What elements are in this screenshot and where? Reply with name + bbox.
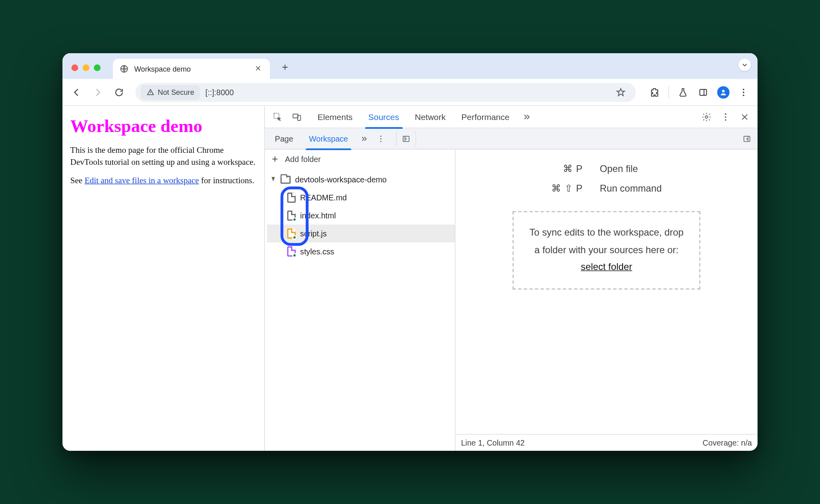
devtools-menu-button[interactable] [716,107,735,126]
svg-point-12 [725,119,726,120]
show-navigator-button[interactable] [396,130,416,147]
url-text: [::]:8000 [205,88,234,96]
file-row-styles[interactable]: styles.css [267,242,455,260]
folder-icon [281,176,291,184]
select-folder-link[interactable]: select folder [581,262,632,272]
svg-point-11 [725,116,726,118]
side-panel-button[interactable] [693,83,713,102]
svg-rect-1 [700,89,707,95]
bookmark-button[interactable] [611,83,631,102]
avatar-icon [717,86,730,98]
globe-icon [120,64,129,73]
run-command-keys: ⌘ ⇧ P [551,182,583,194]
forward-button[interactable] [88,83,107,102]
dropzone-line-1: To sync edits to the workspace, drop [529,224,683,242]
dropzone-line-2: a folder with your sources here or: [529,242,683,259]
svg-point-4 [743,91,744,93]
add-folder-label: Add folder [285,154,321,163]
tab-performance[interactable]: Performance [454,106,517,128]
navigator-menu-button[interactable] [373,130,390,147]
svg-point-3 [743,88,744,90]
tab-elements[interactable]: Elements [310,106,360,128]
page-paragraph-1: This is the demo page for the official C… [70,144,257,168]
cursor-position: Line 1, Column 42 [461,438,525,447]
shortcut-hints: ⌘ P Open file ⌘ ⇧ P Run command [551,163,662,194]
svg-point-2 [722,90,725,92]
show-debugger-button[interactable] [738,130,755,147]
open-file-keys: ⌘ P [551,163,583,174]
device-toolbar-button[interactable] [287,107,306,126]
file-icon [287,193,295,203]
file-name: index.html [300,211,336,220]
file-name: styles.css [300,247,334,256]
browser-window: Workspace demo [62,53,758,451]
tab-close-button[interactable] [254,64,263,73]
devtools-panel: Elements Sources Network Performance [264,106,758,451]
workspace-doc-link[interactable]: Edit and save files in a workspace [84,176,199,185]
workspace-dropzone[interactable]: To sync edits to the workspace, drop a f… [512,211,700,290]
window-minimize-button[interactable] [82,64,89,71]
devtools-settings-button[interactable] [697,107,716,126]
file-row-index[interactable]: index.html [267,207,455,225]
sources-subtabs: Page Workspace [265,128,758,150]
file-icon [287,210,295,220]
toolbar-separator [668,86,669,98]
open-file-label: Open file [600,163,662,174]
svg-point-10 [725,113,726,115]
security-label: Not Secure [158,88,194,96]
file-name: README.md [300,193,347,202]
inspect-element-button[interactable] [268,107,287,126]
page-paragraph-2: See Edit and save files in a workspace f… [70,175,257,186]
svg-point-13 [380,135,382,136]
subtab-page[interactable]: Page [267,128,301,149]
coverage-status: Coverage: n/a [703,438,752,447]
address-bar[interactable]: Not Secure [::]:8000 [135,83,636,102]
page-content: Workspace demo This is the demo page for… [62,106,264,451]
file-row-script[interactable]: script.js [267,224,455,242]
navigator-pane: Add folder devtools-workspace-demo READM… [265,150,455,451]
browser-tab[interactable]: Workspace demo [113,59,270,79]
tab-network[interactable]: Network [407,106,453,128]
folder-row[interactable]: devtools-workspace-demo [267,171,455,189]
more-subtabs-button[interactable] [356,130,373,147]
extensions-button[interactable] [645,83,664,102]
svg-point-15 [380,141,382,142]
window-close-button[interactable] [71,64,78,71]
folder-name: devtools-workspace-demo [295,175,387,184]
tab-sources[interactable]: Sources [360,106,407,128]
tab-strip: Workspace demo [62,53,758,79]
file-icon [287,228,295,238]
back-button[interactable] [67,83,86,102]
browser-menu-button[interactable] [734,83,753,102]
tab-title: Workspace demo [134,65,249,73]
file-row-readme[interactable]: README.md [267,189,455,207]
file-name: script.js [300,229,327,238]
svg-point-5 [743,94,744,96]
browser-toolbar: Not Secure [::]:8000 [62,79,758,106]
devtools-close-button[interactable] [735,107,754,126]
labs-button[interactable] [673,83,693,102]
page-heading: Workspace demo [70,116,257,137]
editor-statusbar: Line 1, Column 42 Coverage: n/a [455,434,758,451]
tabs-dropdown-button[interactable] [738,59,751,71]
add-folder-button[interactable]: Add folder [265,150,455,169]
reload-button[interactable] [110,83,129,102]
svg-point-9 [705,116,707,118]
more-tabs-button[interactable] [517,107,537,126]
new-tab-button[interactable] [279,61,291,74]
svg-point-14 [380,138,382,139]
run-command-label: Run command [600,183,662,194]
file-tree: devtools-workspace-demo README.md index.… [265,168,455,260]
window-maximize-button[interactable] [94,64,100,71]
subtab-workspace[interactable]: Workspace [301,128,356,149]
editor-pane: ⌘ P Open file ⌘ ⇧ P Run command To sync … [455,150,758,451]
devtools-tabs: Elements Sources Network Performance [265,106,758,128]
window-controls [71,64,100,71]
file-icon [287,246,295,256]
profile-button[interactable] [714,83,733,102]
security-chip[interactable]: Not Secure [141,85,200,99]
